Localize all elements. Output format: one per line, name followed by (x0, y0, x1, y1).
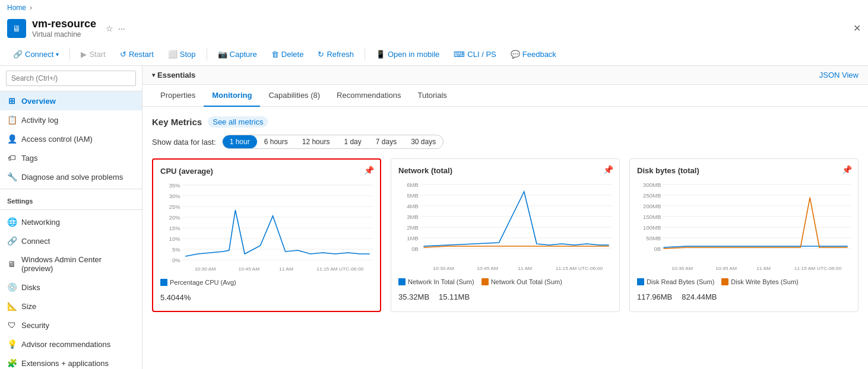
svg-text:10:45 AM: 10:45 AM (477, 266, 498, 271)
svg-text:1MB: 1MB (407, 236, 419, 241)
svg-text:200MB: 200MB (643, 203, 661, 209)
access-control-icon: 👤 (7, 134, 17, 144)
open-mobile-button[interactable]: 📱 Open in mobile (370, 47, 445, 62)
time-pill-1d[interactable]: 1 day (337, 135, 368, 148)
favorite-icon[interactable]: ☆ (106, 24, 113, 33)
see-all-metrics-link[interactable]: See all metrics (208, 116, 268, 128)
svg-text:11 AM: 11 AM (756, 266, 771, 271)
refresh-button[interactable]: ↻ Refresh (312, 47, 360, 62)
network-in-legend-dot (398, 278, 406, 285)
capture-button[interactable]: 📷 Capture (212, 47, 263, 62)
time-pill-30d[interactable]: 30 days (404, 135, 443, 148)
resource-name: vm-resource (32, 18, 96, 30)
start-button[interactable]: ▶ Start (75, 47, 111, 62)
more-options-icon[interactable]: ··· (118, 24, 125, 33)
tab-properties[interactable]: Properties (152, 85, 204, 107)
cpu-chart-card: CPU (average) 📌 35% 30% 25% 20% 15% 10% (152, 158, 381, 312)
sidebar-item-connect[interactable]: 🔗 Connect (0, 231, 142, 250)
tab-recommendations[interactable]: Recommendations (328, 85, 409, 107)
svg-text:0B: 0B (411, 246, 419, 252)
delete-button[interactable]: 🗑 Delete (265, 47, 310, 62)
svg-text:11 AM: 11 AM (518, 266, 532, 271)
sidebar-item-disks[interactable]: 💿 Disks (0, 278, 142, 297)
disk-pin-icon[interactable]: 📌 (842, 165, 852, 174)
svg-text:15%: 15% (169, 225, 180, 231)
cpu-chart-value: 5.4044% (160, 288, 373, 304)
restart-icon: ↺ (120, 50, 126, 59)
svg-text:2MB: 2MB (407, 225, 419, 231)
size-icon: 📐 (7, 301, 17, 311)
search-input[interactable] (6, 71, 136, 86)
feedback-button[interactable]: 💬 Feedback (505, 47, 562, 62)
sidebar-item-extensions[interactable]: 🧩 Extensions + applications (0, 354, 142, 369)
time-pill-6h[interactable]: 6 hours (257, 135, 295, 148)
network-chart-svg: 6MB 5MB 4MB 3MB 2MB 1MB 0B (398, 180, 612, 275)
breadcrumb-home[interactable]: Home (7, 4, 26, 12)
json-view-link[interactable]: JSON View (819, 71, 859, 79)
feedback-icon: 💬 (511, 50, 520, 59)
disks-icon: 💿 (7, 282, 17, 292)
svg-text:50MB: 50MB (646, 236, 661, 241)
extensions-icon: 🧩 (7, 358, 17, 368)
close-button[interactable]: ✕ (853, 23, 861, 34)
network-chart-legend: Network In Total (Sum) Network Out Total… (398, 278, 612, 285)
svg-text:150MB: 150MB (643, 214, 661, 220)
network-values: 35.32MB 15.11MB (398, 285, 612, 303)
security-icon: 🛡 (7, 320, 17, 330)
sidebar: ⊞ Overview 📋 Activity log 👤 Access contr… (0, 66, 142, 369)
svg-text:35%: 35% (169, 183, 180, 189)
chevron-down-icon: ▾ (152, 72, 155, 78)
windows-admin-icon: 🖥 (7, 259, 17, 269)
network-chart-area: 6MB 5MB 4MB 3MB 2MB 1MB 0B (398, 180, 612, 275)
cpu-legend-dot (160, 279, 167, 286)
essentials-toggle[interactable]: ▾ Essentials (152, 71, 195, 79)
sidebar-item-networking[interactable]: 🌐 Networking (0, 212, 142, 231)
disk-chart-legend: Disk Read Bytes (Sum) Disk Write Bytes (… (637, 278, 851, 285)
cli-ps-button[interactable]: ⌨ CLI / PS (448, 47, 502, 62)
time-pills: 1 hour 6 hours 12 hours 1 day 7 days 30 … (222, 135, 444, 149)
sidebar-item-windows-admin[interactable]: 🖥 Windows Admin Center (preview) (0, 250, 142, 278)
disk-chart-title: Disk bytes (total) (637, 166, 699, 175)
svg-text:100MB: 100MB (643, 225, 661, 231)
time-pill-1h[interactable]: 1 hour (223, 135, 257, 148)
charts-grid: CPU (average) 📌 35% 30% 25% 20% 15% 10% (152, 158, 859, 312)
networking-icon: 🌐 (7, 217, 17, 227)
disk-write-legend-item: Disk Write Bytes (Sum) (721, 278, 798, 285)
stop-button[interactable]: ⬜ Stop (162, 47, 202, 62)
cpu-pin-icon[interactable]: 📌 (364, 166, 374, 175)
diagnose-icon: 🔧 (7, 172, 17, 182)
tab-monitoring[interactable]: Monitoring (204, 85, 260, 107)
connect-button[interactable]: 🔗 Connect ▾ (7, 47, 65, 62)
sidebar-item-access-control[interactable]: 👤 Access control (IAM) (0, 129, 142, 148)
time-pill-7d[interactable]: 7 days (369, 135, 404, 148)
resource-title-block: vm-resource Virtual machine (32, 18, 96, 39)
cpu-chart-legend: Percentage CPU (Avg) (160, 279, 373, 286)
start-icon: ▶ (81, 50, 87, 59)
network-out-legend-item: Network Out Total (Sum) (481, 278, 562, 285)
disk-write-legend-dot (721, 278, 728, 285)
sidebar-item-tags[interactable]: 🏷 Tags (0, 148, 142, 167)
cli-icon: ⌨ (454, 50, 465, 59)
cpu-legend-item: Percentage CPU (Avg) (160, 279, 236, 286)
connect-sidebar-icon: 🔗 (7, 236, 17, 246)
svg-text:10:45 AM: 10:45 AM (239, 266, 260, 272)
sidebar-item-size[interactable]: 📐 Size (0, 297, 142, 316)
time-pill-12h[interactable]: 12 hours (295, 135, 337, 148)
tab-tutorials[interactable]: Tutorials (410, 85, 455, 107)
sidebar-item-overview[interactable]: ⊞ Overview (0, 91, 142, 110)
capture-icon: 📷 (218, 50, 227, 59)
resource-type: Virtual machine (32, 30, 96, 39)
tab-capabilities[interactable]: Capabilities (8) (260, 85, 328, 107)
main-layout: ⊞ Overview 📋 Activity log 👤 Access contr… (0, 66, 868, 369)
resource-icon: 🖥 (7, 19, 26, 38)
network-pin-icon[interactable]: 📌 (603, 165, 613, 174)
sidebar-item-security[interactable]: 🛡 Security (0, 316, 142, 335)
svg-text:5MB: 5MB (407, 193, 419, 199)
settings-section-label: Settings (0, 192, 142, 207)
sidebar-item-advisor[interactable]: 💡 Advisor recommendations (0, 335, 142, 354)
sidebar-divider-1 (0, 189, 142, 189)
sidebar-item-activity-log[interactable]: 📋 Activity log (0, 110, 142, 129)
toolbar-divider-2 (207, 49, 207, 61)
sidebar-item-diagnose[interactable]: 🔧 Diagnose and solve problems (0, 167, 142, 186)
restart-button[interactable]: ↺ Restart (114, 47, 160, 62)
